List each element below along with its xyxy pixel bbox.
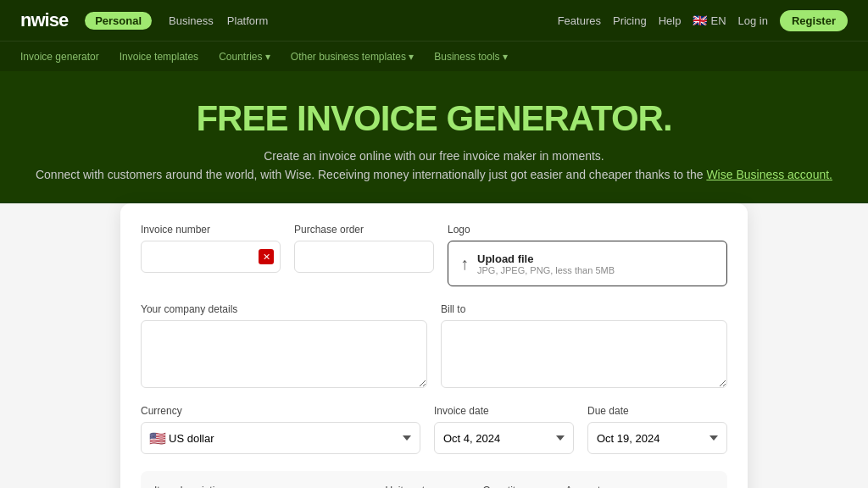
subnav-other-templates[interactable]: Other business templates ▾ — [291, 51, 414, 63]
language-selector[interactable]: 🇬🇧 EN — [693, 14, 726, 27]
wise-logo[interactable]: nwise — [20, 9, 68, 31]
subnav-countries[interactable]: Countries ▾ — [219, 51, 270, 63]
upload-area[interactable]: ↑ Upload file JPG, JPEG, PNG, less than … — [448, 241, 727, 286]
upload-sub: JPG, JPEG, PNG, less than 5MB — [477, 265, 615, 275]
currency-flag-icon: 🇺🇸 — [149, 430, 166, 446]
features-link[interactable]: Features — [558, 14, 601, 27]
invoice-number-delete[interactable]: ✕ — [259, 249, 274, 264]
subnav-business-tools[interactable]: Business tools ▾ — [434, 51, 508, 63]
currency-select[interactable]: US dollar Euro British pound — [141, 422, 420, 454]
upload-icon: ↑ — [460, 254, 469, 274]
nav-links: Business Platform — [169, 14, 268, 27]
top-navigation: nwise Personal Business Platform Feature… — [0, 0, 868, 41]
platform-link[interactable]: Platform — [227, 14, 268, 27]
invoice-number-wrap: ✕ — [141, 241, 281, 273]
purchase-order-group: Purchase order — [294, 224, 434, 286]
items-table-header: Item description Unit cost Quantity Amou… — [154, 485, 714, 488]
due-date-group: Due date Oct 19, 2024 — [587, 405, 727, 454]
unit-cost-header: Unit cost — [386, 485, 475, 488]
sub-navigation: Invoice generator Invoice templates Coun… — [0, 41, 868, 71]
currency-group: Currency 🇺🇸 US dollar Euro British pound — [141, 405, 420, 454]
bill-to-input[interactable] — [441, 320, 727, 388]
nav-left: nwise Personal Business Platform — [20, 9, 268, 31]
logo-label: Logo — [448, 224, 727, 236]
currency-label: Currency — [141, 405, 420, 417]
logo-group: Logo ↑ Upload file JPG, JPEG, PNG, less … — [448, 224, 727, 286]
subnav-invoice-templates[interactable]: Invoice templates — [120, 51, 198, 63]
quantity-header: Quantity — [483, 485, 558, 488]
hero-body: Connect with customers around the world,… — [17, 168, 851, 181]
amount-header: Amount — [565, 485, 654, 488]
invoice-date-group: Invoice date Oct 4, 2024 — [434, 405, 574, 454]
currency-wrap: 🇺🇸 US dollar Euro British pound — [141, 422, 420, 454]
wise-business-link[interactable]: Wise Business account. — [706, 168, 832, 181]
row-currency-dates: Currency 🇺🇸 US dollar Euro British pound… — [141, 405, 727, 454]
logo-text: wise — [31, 9, 68, 30]
invoice-date-label: Invoice date — [434, 405, 574, 417]
business-link[interactable]: Business — [169, 14, 214, 27]
invoice-number-label: Invoice number — [141, 224, 281, 236]
items-section: Item description Unit cost Quantity Amou… — [141, 471, 727, 488]
due-date-label: Due date — [587, 405, 727, 417]
invoice-date-select[interactable]: Oct 4, 2024 — [434, 422, 574, 454]
company-details-input[interactable] — [141, 320, 427, 388]
purchase-order-input[interactable] — [294, 241, 434, 273]
hero-subtitle: Create an invoice online with our free i… — [17, 149, 851, 163]
hero-title: FREE INVOICE GENERATOR. — [17, 98, 851, 139]
flag-icon: 🇬🇧 — [693, 14, 707, 27]
company-details-group: Your company details — [141, 303, 427, 388]
row-company-bill: Your company details Bill to — [141, 303, 727, 388]
logo-prefix: n — [20, 9, 31, 30]
lang-label: EN — [710, 14, 726, 27]
bill-to-label: Bill to — [441, 303, 727, 315]
register-button[interactable]: Register — [780, 10, 848, 31]
upload-label: Upload file — [477, 252, 615, 265]
nav-right: Features Pricing Help 🇬🇧 EN Log in Regis… — [558, 10, 848, 31]
personal-tab[interactable]: Personal — [85, 12, 152, 30]
item-description-header: Item description — [154, 485, 377, 488]
due-date-select[interactable]: Oct 19, 2024 — [587, 422, 727, 454]
bill-to-group: Bill to — [441, 303, 727, 388]
purchase-order-label: Purchase order — [294, 224, 434, 236]
subnav-invoice-generator[interactable]: Invoice generator — [20, 51, 99, 63]
upload-text-wrap: Upload file JPG, JPEG, PNG, less than 5M… — [477, 252, 615, 275]
company-details-label: Your company details — [141, 303, 427, 315]
pricing-link[interactable]: Pricing — [613, 14, 647, 27]
login-link[interactable]: Log in — [738, 14, 768, 27]
invoice-number-group: Invoice number ✕ — [141, 224, 281, 286]
form-section: Invoice number ✕ Purchase order Logo ↑ U… — [0, 203, 868, 488]
help-link[interactable]: Help — [659, 14, 682, 27]
row-invoice-logo: Invoice number ✕ Purchase order Logo ↑ U… — [141, 224, 727, 286]
invoice-form-card: Invoice number ✕ Purchase order Logo ↑ U… — [120, 203, 748, 488]
